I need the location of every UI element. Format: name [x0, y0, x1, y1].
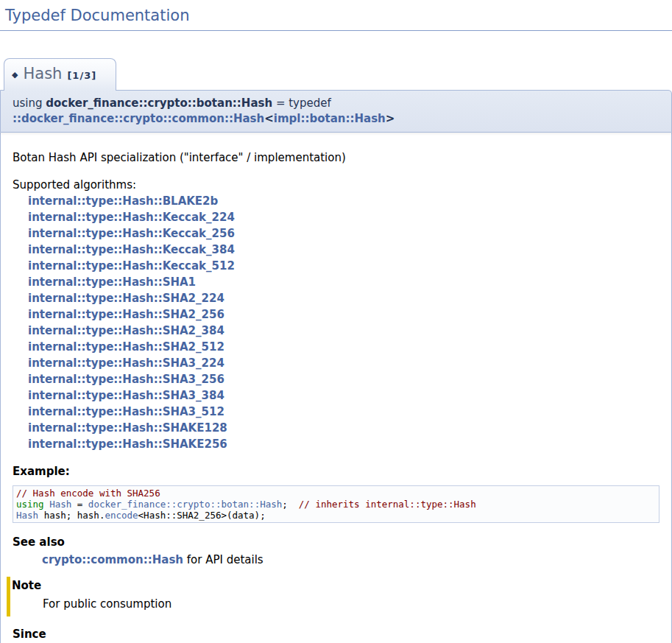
code-link[interactable]: Hash	[49, 499, 71, 510]
note-section: Note For public consumption	[7, 577, 671, 616]
code-comment: // inherits internal::type::Hash	[299, 499, 476, 510]
see-also-text: for API details	[183, 553, 264, 566]
decl-template-open: <	[264, 112, 274, 125]
algorithm-link[interactable]: internal::type::Hash::SHAKE256	[28, 436, 659, 452]
note-text: For public consumption	[43, 597, 671, 612]
see-also-content: crypto::common::Hash for API details	[42, 552, 671, 568]
algorithm-link[interactable]: internal::type::Hash::SHA2_384	[28, 323, 659, 339]
algorithm-link[interactable]: internal::type::Hash::SHA2_512	[28, 339, 659, 355]
member-tab-count: [1/3]	[67, 70, 96, 81]
see-also-section: See also crypto::common::Hash for API de…	[13, 535, 671, 568]
code-plain: hash; hash.	[38, 510, 105, 521]
typedef-declaration: using docker_finance::crypto::botan::Has…	[0, 90, 672, 133]
algorithm-link[interactable]: internal::type::Hash::BLAKE2b	[28, 193, 659, 209]
member-tab-hash: ◆Hash[1/3]	[4, 58, 116, 91]
algorithm-link[interactable]: internal::type::Hash::SHAKE128	[28, 420, 659, 436]
algorithm-link[interactable]: internal::type::Hash::SHA3_256	[28, 371, 659, 387]
code-link[interactable]: encode	[105, 510, 138, 521]
page-title: Typedef Documentation	[0, 0, 672, 31]
note-label: Note	[12, 578, 671, 594]
algorithm-link[interactable]: internal::type::Hash::Keccak_224	[28, 209, 659, 225]
algorithm-link[interactable]: internal::type::Hash::SHA3_512	[28, 404, 659, 420]
anchor-diamond-icon[interactable]: ◆	[12, 70, 18, 80]
code-example-block: // Hash encode with SHA256using Hash = d…	[13, 485, 659, 523]
algorithm-link-list: internal::type::Hash::BLAKE2binternal::t…	[28, 193, 659, 452]
algorithm-link[interactable]: internal::type::Hash::Keccak_256	[28, 225, 659, 242]
since-section: Since docker-finance 1.0.0	[13, 627, 671, 643]
algorithm-link[interactable]: internal::type::Hash::Keccak_512	[28, 258, 659, 274]
code-comment: // Hash encode with SHA256	[16, 488, 160, 499]
see-also-link-common-hash[interactable]: crypto::common::Hash	[42, 553, 183, 566]
algorithm-link[interactable]: internal::type::Hash::SHA3_224	[28, 355, 659, 371]
code-plain: ;	[282, 499, 299, 510]
algorithm-link[interactable]: internal::type::Hash::SHA3_384	[28, 387, 659, 404]
example-section: Example:	[13, 464, 659, 479]
member-documentation: Botan Hash API specialization ("interfac…	[0, 133, 672, 643]
decl-using-keyword: using	[13, 96, 46, 110]
typedef-member-hash: ◆Hash[1/3] using docker_finance::crypto:…	[0, 58, 672, 643]
algorithm-link[interactable]: internal::type::Hash::SHA2_256	[28, 306, 659, 323]
decl-equals-typedef: = typedef	[272, 96, 334, 110]
code-plain: <Hash::SHA2_256>(data);	[138, 510, 266, 521]
algorithm-link[interactable]: internal::type::Hash::SHA1	[28, 274, 659, 290]
algorithm-link[interactable]: internal::type::Hash::SHA2_224	[28, 290, 659, 306]
code-link[interactable]: docker_finance::crypto::botan::Hash	[88, 499, 282, 510]
algorithm-link[interactable]: internal::type::Hash::Keccak_384	[28, 242, 659, 258]
since-label: Since	[13, 627, 671, 642]
code-keyword: using	[16, 499, 44, 510]
decl-link-impl-botan-hash[interactable]: impl::botan::Hash	[274, 112, 386, 125]
see-also-label: See also	[13, 535, 671, 550]
example-label: Example:	[13, 464, 659, 479]
code-link[interactable]: Hash	[16, 510, 38, 521]
decl-typedef-name: docker_finance::crypto::botan::Hash	[46, 96, 272, 110]
supported-algorithms-label: Supported algorithms:	[13, 178, 659, 193]
decl-link-common-hash[interactable]: ::docker_finance::crypto::common::Hash	[13, 112, 264, 125]
decl-template-close: >	[386, 112, 395, 125]
code-plain: =	[71, 499, 88, 510]
member-tab-name: Hash	[23, 65, 62, 82]
description-text: Botan Hash API specialization ("interfac…	[13, 150, 659, 166]
